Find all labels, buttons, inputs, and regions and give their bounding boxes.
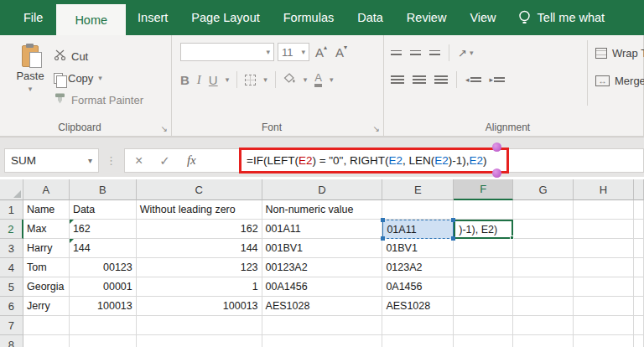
column-header-C[interactable]: C	[137, 179, 262, 200]
cell-B2[interactable]: 162	[70, 220, 137, 239]
fill-color-button[interactable]	[283, 73, 296, 86]
cell[interactable]	[634, 200, 644, 220]
row-header-2[interactable]: 2	[0, 220, 23, 239]
format-painter-button[interactable]: Format Painter	[54, 91, 143, 109]
underline-button[interactable]: U	[209, 73, 218, 87]
row-header-5[interactable]: 5	[0, 277, 23, 297]
cell-G1[interactable]	[513, 200, 574, 220]
column-header-E[interactable]: E	[382, 179, 454, 200]
column-header-A[interactable]: A	[23, 179, 70, 200]
increase-indent-button[interactable]: ▸	[490, 75, 506, 84]
cell-C6[interactable]: 100013	[137, 297, 262, 316]
cell-D4[interactable]: 00123A2	[262, 258, 383, 277]
row-header-7[interactable]: 7	[0, 316, 23, 335]
paste-dropdown-icon[interactable]: ▾	[29, 85, 33, 93]
cell-A7[interactable]	[23, 316, 70, 335]
tab-file[interactable]: File	[10, 0, 56, 35]
font-name-dropdown-icon[interactable]: ▾	[266, 48, 270, 56]
cell-E4[interactable]: 0123A2	[382, 258, 454, 277]
cell-G8[interactable]	[513, 335, 574, 347]
align-left-button[interactable]	[391, 75, 404, 85]
insert-function-icon[interactable]: fx	[187, 153, 196, 168]
bold-button[interactable]: B	[180, 73, 190, 87]
font-size-combo[interactable]: 11 ▾	[278, 43, 309, 61]
cell-A4[interactable]: Tom	[23, 258, 70, 277]
row-header-8[interactable]: 8	[0, 335, 23, 347]
cell-H4[interactable]	[574, 258, 634, 277]
underline-dropdown-icon[interactable]: ▾	[226, 75, 230, 84]
cell-G5[interactable]	[513, 277, 574, 297]
font-color-button[interactable]: A	[314, 72, 322, 87]
cell-G4[interactable]	[513, 258, 574, 277]
cell[interactable]	[634, 220, 644, 239]
fill-handle[interactable]	[510, 236, 514, 240]
copy-button[interactable]: Copy ▾	[54, 69, 143, 87]
cell-D5[interactable]: 00A1456	[262, 277, 383, 297]
cell[interactable]	[634, 239, 644, 258]
column-header-B[interactable]: B	[70, 179, 137, 200]
cell-E7[interactable]	[382, 316, 454, 335]
cell[interactable]	[634, 277, 644, 297]
align-center-button[interactable]	[413, 75, 426, 85]
cell-F4[interactable]	[454, 258, 513, 277]
selection-handle[interactable]	[381, 218, 385, 222]
tab-home[interactable]: Home	[56, 4, 126, 35]
cell-E5[interactable]: 0A1456	[382, 277, 454, 297]
cell-C7[interactable]	[137, 316, 262, 335]
cell[interactable]	[634, 335, 644, 347]
selection-handle[interactable]	[451, 236, 455, 241]
tab-formulas[interactable]: Formulas	[272, 0, 345, 35]
align-bottom-button[interactable]	[429, 50, 440, 56]
cell-F1[interactable]	[454, 200, 513, 220]
wrap-text-button[interactable]: Wrap Text	[595, 43, 644, 63]
cell-A5[interactable]: Georgia	[23, 277, 70, 297]
cell-H6[interactable]	[574, 297, 634, 316]
name-box-dropdown-icon[interactable]: ▾	[88, 156, 92, 165]
cell-D3[interactable]: 001BV1	[262, 239, 383, 258]
cell-B4[interactable]: 00123	[70, 258, 137, 277]
cell-F6[interactable]	[454, 297, 513, 316]
cell-E3[interactable]: 01BV1	[382, 239, 454, 258]
orientation-button[interactable]: ↗ ▾	[458, 47, 473, 60]
cell-F7[interactable]	[454, 316, 513, 335]
copy-dropdown-icon[interactable]: ▾	[98, 74, 102, 82]
cell-D7[interactable]	[262, 316, 383, 335]
column-header[interactable]	[634, 179, 644, 200]
cell-A6[interactable]: Jerry	[23, 297, 70, 316]
tab-page-layout[interactable]: Page Layout	[179, 0, 271, 35]
column-header-H[interactable]: H	[574, 179, 634, 200]
cell-H7[interactable]	[574, 316, 634, 335]
enter-check-icon[interactable]: ✓	[159, 153, 170, 168]
align-right-button[interactable]	[434, 75, 448, 85]
cell-H3[interactable]	[574, 239, 634, 258]
row-header-3[interactable]: 3	[0, 239, 23, 258]
row-header-1[interactable]: 1	[0, 200, 23, 220]
tab-review[interactable]: Review	[395, 0, 459, 35]
cell-D1[interactable]: Non-numeric value	[262, 200, 383, 220]
cell-D8[interactable]	[262, 335, 383, 347]
shrink-font-button[interactable]: A▾	[333, 45, 350, 60]
name-box[interactable]: SUM ▾	[4, 148, 99, 173]
tab-view[interactable]: View	[458, 0, 507, 35]
align-middle-button[interactable]	[410, 50, 421, 56]
cancel-icon[interactable]: ×	[135, 153, 143, 168]
orientation-dropdown-icon[interactable]: ▾	[470, 49, 474, 57]
font-size-dropdown-icon[interactable]: ▾	[301, 48, 305, 56]
cell-B8[interactable]	[70, 335, 137, 347]
selection-handle[interactable]	[451, 218, 455, 222]
cell-B7[interactable]	[70, 316, 137, 335]
font-name-combo[interactable]: ▾	[180, 43, 274, 61]
cell-A2[interactable]: Max	[23, 220, 70, 239]
borders-button[interactable]	[245, 75, 256, 85]
cell-H5[interactable]	[574, 277, 634, 297]
cell-H1[interactable]	[574, 200, 634, 220]
tab-data[interactable]: Data	[345, 0, 395, 35]
clipboard-dialog-launcher[interactable]: ↘	[161, 124, 168, 133]
cell-C3[interactable]: 144	[137, 239, 262, 258]
cell-C1[interactable]: Without leading zero	[137, 200, 262, 220]
cell[interactable]	[634, 258, 644, 277]
cell[interactable]	[634, 297, 644, 316]
column-header-D[interactable]: D	[262, 179, 383, 200]
cell-G7[interactable]	[513, 316, 574, 335]
cell-B3[interactable]: 144	[70, 239, 137, 258]
